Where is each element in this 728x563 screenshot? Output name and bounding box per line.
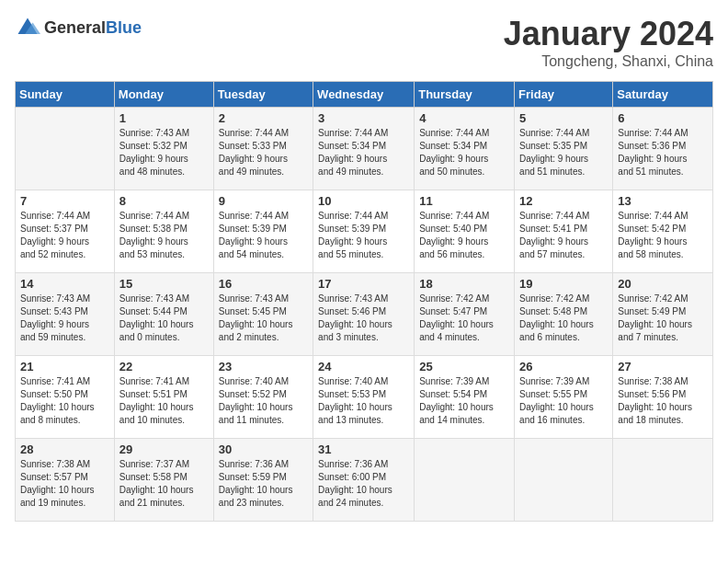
day-info: Sunrise: 7:44 AMSunset: 5:39 PMDaylight:… <box>318 210 409 261</box>
calendar-week-row: 28Sunrise: 7:38 AMSunset: 5:57 PMDayligh… <box>16 439 713 522</box>
title-area: January 2024 Tongcheng, Shanxi, China <box>504 15 713 70</box>
day-of-week-header: Monday <box>114 82 213 108</box>
day-info: Sunrise: 7:38 AMSunset: 5:57 PMDaylight:… <box>20 458 109 510</box>
day-number: 23 <box>219 360 308 373</box>
day-info: Sunrise: 7:44 AMSunset: 5:42 PMDaylight:… <box>618 210 708 261</box>
calendar-cell <box>613 439 713 522</box>
day-info: Sunrise: 7:44 AMSunset: 5:34 PMDaylight:… <box>318 127 409 178</box>
calendar-cell: 5Sunrise: 7:44 AMSunset: 5:35 PMDaylight… <box>515 108 613 190</box>
day-number: 25 <box>419 360 509 373</box>
calendar-week-row: 14Sunrise: 7:43 AMSunset: 5:43 PMDayligh… <box>16 273 713 356</box>
day-number: 3 <box>318 111 409 125</box>
calendar-cell: 2Sunrise: 7:44 AMSunset: 5:33 PMDaylight… <box>213 108 313 190</box>
calendar-week-row: 7Sunrise: 7:44 AMSunset: 5:37 PMDaylight… <box>16 190 713 273</box>
calendar-cell: 4Sunrise: 7:44 AMSunset: 5:34 PMDaylight… <box>415 108 515 190</box>
day-info: Sunrise: 7:44 AMSunset: 5:37 PMDaylight:… <box>20 210 109 261</box>
calendar-cell: 23Sunrise: 7:40 AMSunset: 5:52 PMDayligh… <box>213 356 313 439</box>
calendar-week-row: 21Sunrise: 7:41 AMSunset: 5:50 PMDayligh… <box>16 356 713 439</box>
calendar-cell: 20Sunrise: 7:42 AMSunset: 5:49 PMDayligh… <box>613 273 713 356</box>
day-number: 8 <box>119 194 209 208</box>
calendar-cell: 24Sunrise: 7:40 AMSunset: 5:53 PMDayligh… <box>313 356 415 439</box>
calendar-cell: 25Sunrise: 7:39 AMSunset: 5:54 PMDayligh… <box>415 356 515 439</box>
calendar-cell: 1Sunrise: 7:43 AMSunset: 5:32 PMDaylight… <box>114 108 213 190</box>
day-number: 17 <box>318 277 409 291</box>
day-number: 7 <box>20 194 109 208</box>
day-info: Sunrise: 7:44 AMSunset: 5:33 PMDaylight:… <box>219 127 308 178</box>
day-number: 20 <box>618 277 708 291</box>
day-number: 2 <box>219 111 308 125</box>
calendar-cell: 9Sunrise: 7:44 AMSunset: 5:39 PMDaylight… <box>213 190 313 273</box>
day-info: Sunrise: 7:43 AMSunset: 5:44 PMDaylight:… <box>119 293 209 344</box>
calendar-cell <box>515 439 613 522</box>
calendar-cell: 21Sunrise: 7:41 AMSunset: 5:50 PMDayligh… <box>16 356 115 439</box>
day-number: 12 <box>519 194 608 208</box>
day-info: Sunrise: 7:36 AMSunset: 6:00 PMDaylight:… <box>318 458 409 510</box>
calendar-cell: 22Sunrise: 7:41 AMSunset: 5:51 PMDayligh… <box>114 356 213 439</box>
calendar-cell: 12Sunrise: 7:44 AMSunset: 5:41 PMDayligh… <box>515 190 613 273</box>
day-of-week-header: Friday <box>515 82 613 108</box>
day-number: 26 <box>519 360 608 373</box>
calendar-cell: 8Sunrise: 7:44 AMSunset: 5:38 PMDaylight… <box>114 190 213 273</box>
logo-icon <box>15 15 40 40</box>
day-number: 15 <box>119 277 209 291</box>
day-info: Sunrise: 7:41 AMSunset: 5:50 PMDaylight:… <box>20 375 109 427</box>
days-header-row: SundayMondayTuesdayWednesdayThursdayFrid… <box>16 82 713 108</box>
calendar-cell: 11Sunrise: 7:44 AMSunset: 5:40 PMDayligh… <box>415 190 515 273</box>
calendar-cell: 29Sunrise: 7:37 AMSunset: 5:58 PMDayligh… <box>114 439 213 522</box>
logo-general-text: General <box>44 18 106 37</box>
day-number: 31 <box>318 442 409 456</box>
calendar-cell: 15Sunrise: 7:43 AMSunset: 5:44 PMDayligh… <box>114 273 213 356</box>
day-number: 14 <box>20 277 109 291</box>
day-info: Sunrise: 7:42 AMSunset: 5:48 PMDaylight:… <box>519 293 608 344</box>
day-number: 11 <box>419 194 509 208</box>
calendar-cell: 3Sunrise: 7:44 AMSunset: 5:34 PMDaylight… <box>313 108 415 190</box>
calendar-cell: 30Sunrise: 7:36 AMSunset: 5:59 PMDayligh… <box>213 439 313 522</box>
calendar-cell: 31Sunrise: 7:36 AMSunset: 6:00 PMDayligh… <box>313 439 415 522</box>
day-info: Sunrise: 7:43 AMSunset: 5:43 PMDaylight:… <box>20 293 109 344</box>
calendar-cell: 16Sunrise: 7:43 AMSunset: 5:45 PMDayligh… <box>213 273 313 356</box>
day-info: Sunrise: 7:44 AMSunset: 5:36 PMDaylight:… <box>618 127 708 178</box>
day-number: 24 <box>318 360 409 373</box>
day-number: 19 <box>519 277 608 291</box>
day-info: Sunrise: 7:42 AMSunset: 5:49 PMDaylight:… <box>618 293 708 344</box>
day-info: Sunrise: 7:39 AMSunset: 5:54 PMDaylight:… <box>419 375 509 427</box>
day-info: Sunrise: 7:36 AMSunset: 5:59 PMDaylight:… <box>219 458 308 510</box>
day-info: Sunrise: 7:39 AMSunset: 5:55 PMDaylight:… <box>519 375 608 427</box>
calendar-cell <box>415 439 515 522</box>
calendar-cell <box>16 108 115 190</box>
day-number: 5 <box>519 111 608 125</box>
day-info: Sunrise: 7:44 AMSunset: 5:35 PMDaylight:… <box>519 127 608 178</box>
day-number: 18 <box>419 277 509 291</box>
day-number: 6 <box>618 111 708 125</box>
day-number: 28 <box>20 442 109 456</box>
calendar-cell: 26Sunrise: 7:39 AMSunset: 5:55 PMDayligh… <box>515 356 613 439</box>
calendar-table: SundayMondayTuesdayWednesdayThursdayFrid… <box>15 81 713 522</box>
calendar-subtitle: Tongcheng, Shanxi, China <box>504 53 713 70</box>
calendar-title: January 2024 <box>504 15 713 53</box>
calendar-cell: 27Sunrise: 7:38 AMSunset: 5:56 PMDayligh… <box>613 356 713 439</box>
day-number: 30 <box>219 442 308 456</box>
day-info: Sunrise: 7:37 AMSunset: 5:58 PMDaylight:… <box>119 458 209 510</box>
day-number: 29 <box>119 442 209 456</box>
day-number: 13 <box>618 194 708 208</box>
calendar-week-row: 1Sunrise: 7:43 AMSunset: 5:32 PMDaylight… <box>16 108 713 190</box>
logo-blue-text: Blue <box>106 18 142 37</box>
day-number: 4 <box>419 111 509 125</box>
calendar-cell: 14Sunrise: 7:43 AMSunset: 5:43 PMDayligh… <box>16 273 115 356</box>
day-info: Sunrise: 7:43 AMSunset: 5:32 PMDaylight:… <box>119 127 209 178</box>
day-number: 9 <box>219 194 308 208</box>
day-number: 21 <box>20 360 109 373</box>
calendar-cell: 6Sunrise: 7:44 AMSunset: 5:36 PMDaylight… <box>613 108 713 190</box>
day-info: Sunrise: 7:40 AMSunset: 5:53 PMDaylight:… <box>318 375 409 427</box>
calendar-header: GeneralBlue January 2024 Tongcheng, Shan… <box>15 15 713 70</box>
day-info: Sunrise: 7:38 AMSunset: 5:56 PMDaylight:… <box>618 375 708 427</box>
day-number: 1 <box>119 111 209 125</box>
day-info: Sunrise: 7:43 AMSunset: 5:46 PMDaylight:… <box>318 293 409 344</box>
day-number: 27 <box>618 360 708 373</box>
calendar-cell: 7Sunrise: 7:44 AMSunset: 5:37 PMDaylight… <box>16 190 115 273</box>
day-info: Sunrise: 7:44 AMSunset: 5:39 PMDaylight:… <box>219 210 308 261</box>
calendar-cell: 19Sunrise: 7:42 AMSunset: 5:48 PMDayligh… <box>515 273 613 356</box>
day-number: 10 <box>318 194 409 208</box>
day-of-week-header: Wednesday <box>313 82 415 108</box>
day-of-week-header: Tuesday <box>213 82 313 108</box>
